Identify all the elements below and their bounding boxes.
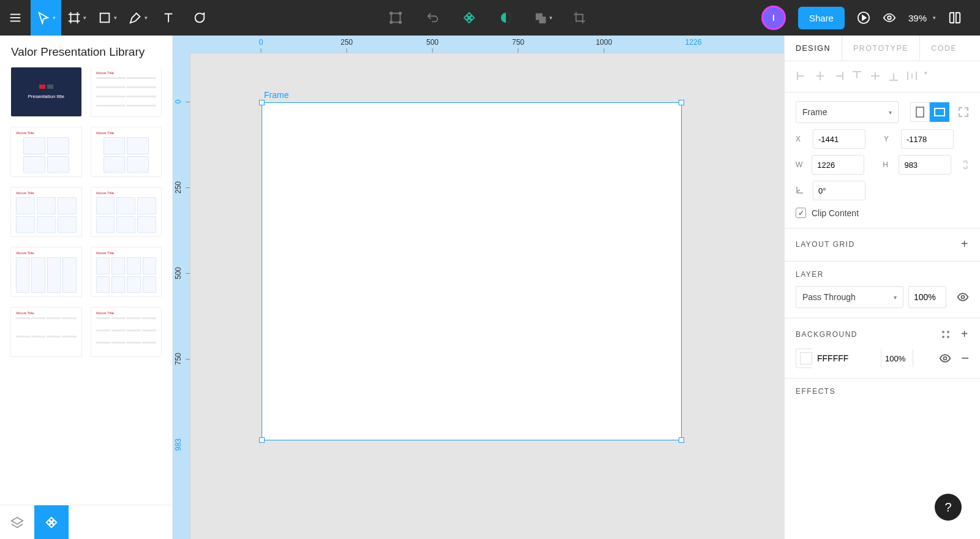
- w-input[interactable]: [812, 155, 864, 175]
- slide-thumbnail[interactable]: Above Title: [91, 307, 162, 356]
- x-input[interactable]: [813, 129, 865, 149]
- resize-handle-tr[interactable]: [679, 100, 684, 105]
- slide-thumbnail[interactable]: Above Title: [91, 247, 162, 296]
- slide-thumbnail[interactable]: Presentation title: [11, 67, 81, 116]
- chevron-down-icon: ▾: [83, 15, 86, 21]
- comment-tool-button[interactable]: [184, 0, 214, 36]
- bg-hex-input[interactable]: [812, 349, 881, 368]
- eye-icon[interactable]: [939, 352, 951, 364]
- orientation-landscape-button[interactable]: [930, 102, 949, 122]
- slide-thumbnail[interactable]: Above Title: [11, 187, 81, 236]
- color-swatch[interactable]: [800, 352, 812, 364]
- help-icon: ?: [944, 500, 951, 514]
- component-button[interactable]: [457, 0, 481, 36]
- svg-point-19: [888, 16, 891, 20]
- slide-thumbnail[interactable]: Above Title: [91, 67, 162, 116]
- slide-thumbnail[interactable]: Above Title: [91, 187, 162, 236]
- pen-tool-button[interactable]: ▾: [123, 0, 153, 36]
- frame-type-select[interactable]: Frame ▾: [796, 101, 899, 123]
- zoom-dropdown[interactable]: 39% ▾: [908, 13, 936, 23]
- frame-tool-button[interactable]: ▾: [61, 0, 92, 36]
- layer-opacity-input[interactable]: [908, 286, 946, 308]
- svg-point-41: [947, 336, 949, 338]
- ruler-tick: 0: [259, 38, 263, 47]
- sidebar-title: Valor Presentation Library: [0, 36, 172, 67]
- styles-icon[interactable]: [941, 330, 950, 339]
- align-right-icon[interactable]: [832, 70, 845, 82]
- remove-fill-button[interactable]: −: [961, 350, 969, 366]
- library-button[interactable]: [948, 11, 962, 24]
- h-input[interactable]: [899, 155, 951, 175]
- eye-icon[interactable]: [957, 291, 969, 303]
- mask-button[interactable]: [494, 0, 518, 36]
- frame-label[interactable]: Frame: [264, 90, 288, 100]
- svg-rect-17: [539, 17, 546, 23]
- tab-design[interactable]: DESIGN: [785, 36, 842, 61]
- resize-fit-icon[interactable]: [958, 107, 969, 118]
- assets-tab[interactable]: [34, 505, 69, 539]
- distribute-icon[interactable]: [906, 70, 918, 82]
- selected-frame[interactable]: [262, 102, 682, 440]
- tab-code[interactable]: CODE: [920, 36, 968, 61]
- layout-grid-section: LAYOUT GRID +: [785, 228, 980, 262]
- boolean-button[interactable]: ▾: [530, 0, 555, 36]
- blend-mode-select[interactable]: Pass Through ▾: [796, 286, 903, 308]
- orientation-portrait-button[interactable]: [910, 102, 930, 122]
- align-hcenter-icon[interactable]: [814, 70, 826, 82]
- reset-button[interactable]: [420, 0, 445, 36]
- clip-content-checkbox[interactable]: ✓: [796, 208, 806, 218]
- book-icon: [948, 11, 962, 24]
- bg-opacity-input[interactable]: [881, 349, 913, 368]
- ruler-corner: [173, 36, 190, 53]
- shape-tool-button[interactable]: ▾: [92, 0, 123, 36]
- view-button[interactable]: [883, 11, 896, 24]
- link-dimensions-icon[interactable]: [961, 158, 969, 172]
- resize-handle-bl[interactable]: [259, 437, 265, 443]
- svg-point-39: [947, 331, 949, 333]
- hamburger-icon: [9, 11, 22, 24]
- share-button[interactable]: Share: [798, 7, 845, 29]
- canvas[interactable]: 0 250 500 750 1000 1226 0 250 500 750 98…: [173, 36, 784, 539]
- chevron-down-icon: ▾: [549, 15, 552, 21]
- slide-thumbnail[interactable]: Above Title: [91, 127, 162, 176]
- y-input[interactable]: [901, 129, 954, 149]
- ruler-tick: 500: [426, 38, 439, 47]
- cursor-icon: [37, 11, 50, 24]
- ruler-tick: 0: [174, 100, 183, 104]
- rotation-input[interactable]: [813, 181, 865, 200]
- thumb-header: Above Title: [16, 311, 77, 315]
- vertical-ruler: 0 250 500 750 983: [173, 53, 190, 539]
- align-vcenter-icon[interactable]: [869, 70, 881, 82]
- y-label: Y: [884, 135, 895, 143]
- resize-handle-tl[interactable]: [259, 100, 265, 105]
- slide-thumbnail[interactable]: Above Title: [11, 307, 81, 356]
- layers-tab[interactable]: [0, 505, 34, 539]
- add-fill-button[interactable]: +: [961, 327, 969, 341]
- h-label: H: [883, 160, 892, 169]
- svg-rect-7: [100, 13, 109, 23]
- align-left-icon[interactable]: [796, 70, 808, 82]
- resize-handle-br[interactable]: [679, 437, 684, 443]
- effects-title: EFFECTS: [796, 387, 835, 396]
- canvas-body[interactable]: Frame: [190, 53, 784, 539]
- move-tool-button[interactable]: ▾: [31, 0, 61, 36]
- align-top-icon[interactable]: [851, 70, 863, 82]
- align-bottom-icon[interactable]: [888, 70, 900, 82]
- user-avatar[interactable]: I: [761, 6, 786, 30]
- crop-button[interactable]: [567, 0, 592, 36]
- present-button[interactable]: [857, 11, 870, 24]
- slide-thumbnail[interactable]: Above Title: [11, 247, 81, 296]
- svg-point-14: [399, 21, 402, 24]
- portrait-icon: [916, 107, 924, 118]
- text-tool-button[interactable]: [153, 0, 184, 36]
- w-label: W: [796, 160, 805, 169]
- slide-thumbnail[interactable]: Above Title: [11, 127, 81, 176]
- edit-object-button[interactable]: [383, 0, 408, 36]
- help-button[interactable]: ?: [935, 494, 962, 521]
- chevron-down-icon[interactable]: ▾: [924, 70, 927, 82]
- menu-button[interactable]: [0, 0, 31, 36]
- add-layout-grid-button[interactable]: +: [961, 237, 969, 251]
- tab-prototype[interactable]: PROTOTYPE: [842, 36, 920, 61]
- thumb-header: Above Title: [96, 71, 157, 75]
- text-icon: [162, 11, 175, 24]
